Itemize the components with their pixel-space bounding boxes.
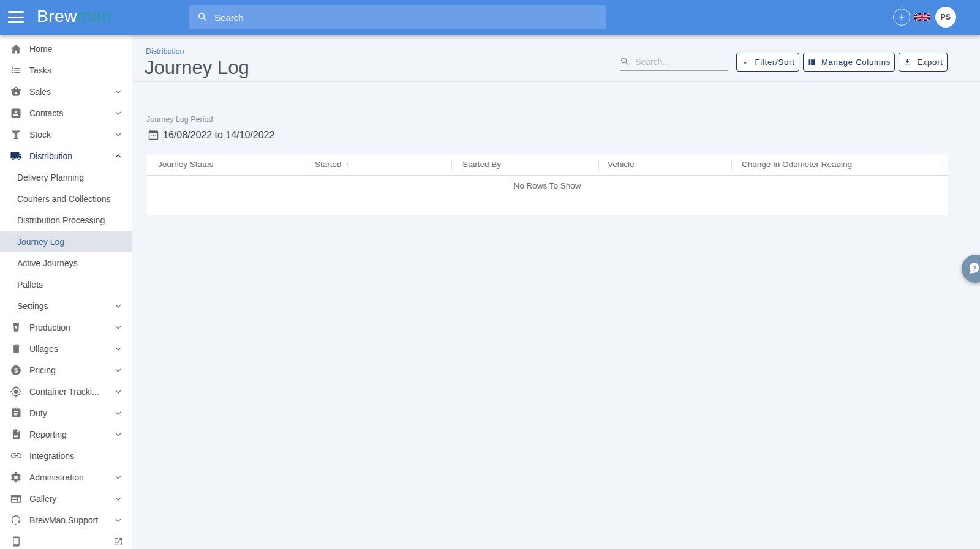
plus-circle-icon[interactable]: [893, 9, 910, 26]
export-label: Export: [917, 58, 943, 67]
sidebar-item-label: Duty: [29, 408, 47, 418]
sidebar-item-reporting[interactable]: Reporting: [0, 424, 132, 445]
brewman-app: Brewman PS Home: [0, 0, 980, 549]
search-icon: [197, 12, 208, 23]
columns-icon: [807, 58, 816, 67]
clipboard-icon: [9, 406, 23, 420]
chevron-down-icon: [113, 87, 123, 97]
sidebar-item-journey-log[interactable]: Journey Log: [0, 231, 132, 252]
sidebar-item-label: Reporting: [29, 430, 67, 439]
svg-text:$: $: [14, 367, 18, 373]
sidebar-item-home[interactable]: Home: [0, 38, 132, 59]
column-separator: [944, 160, 944, 171]
truck-icon: [9, 149, 23, 163]
home-icon: [9, 42, 23, 56]
sidebar-item-contacts[interactable]: Contacts: [0, 102, 132, 124]
help-bubble-icon: ?: [967, 261, 980, 276]
sidebar-item-pricing[interactable]: $ Pricing: [0, 359, 132, 381]
sidebar-item-label: BrewMan Support: [29, 515, 98, 525]
device-icon: [9, 535, 23, 548]
page-title: Journey Log: [145, 57, 249, 79]
sidebar-item-label: Couriers and Collections: [17, 194, 111, 204]
sidebar-item-label: Distribution: [29, 151, 72, 161]
top-bar: Brewman PS: [0, 0, 980, 35]
export-button[interactable]: Export: [899, 53, 948, 72]
download-icon: [903, 58, 912, 67]
uk-flag-icon[interactable]: [914, 12, 930, 23]
sidebar-item-container-tracking[interactable]: Container Tracki...: [0, 381, 132, 402]
filter-sort-button[interactable]: Filter/Sort: [736, 53, 799, 72]
sidebar-item-label: Settings: [17, 301, 48, 311]
sidebar-nav: Home Tasks Sales Contacts Stock Distribu…: [0, 35, 132, 549]
manage-columns-button[interactable]: Manage Columns: [803, 53, 895, 72]
calendar-icon[interactable]: [147, 129, 160, 144]
sidebar-item-label: Delivery Planning: [17, 173, 84, 182]
sidebar-item-integrations[interactable]: Integrations: [0, 445, 132, 466]
column-header-started-by[interactable]: Started By: [462, 160, 501, 169]
period-date-range-input[interactable]: [163, 127, 333, 144]
grid-search-input[interactable]: [635, 57, 746, 67]
external-link-icon: [113, 537, 123, 547]
sidebar-item-ullages[interactable]: Ullages: [0, 338, 132, 359]
main-content: Distribution Journey Log Filter/Sort Man…: [133, 35, 980, 549]
chevron-down-icon: [113, 472, 123, 482]
sidebar-item-production[interactable]: Production: [0, 316, 132, 338]
sidebar-item-label: Administration: [29, 472, 84, 482]
document-icon: [9, 428, 23, 441]
sidebar-item-label: Journey Log: [17, 237, 64, 247]
chevron-down-icon: [113, 494, 123, 504]
app-logo: Brewman: [37, 7, 111, 26]
sidebar-item-label: Active Journeys: [17, 258, 78, 268]
sidebar-item-delivery-planning[interactable]: Delivery Planning: [0, 166, 132, 188]
sort-asc-icon: ↑: [345, 160, 350, 169]
sidebar-item-settings[interactable]: Settings: [0, 295, 132, 316]
sidebar-item-tasks[interactable]: Tasks: [0, 59, 132, 81]
sidebar-item-label: Tasks: [29, 65, 51, 75]
sidebar-item-partial-bottom[interactable]: [0, 531, 132, 549]
chevron-up-icon: [113, 151, 123, 161]
table-header-row: Journey Status Started↑ Started By Vehic…: [147, 155, 948, 176]
journey-log-table: Journey Status Started↑ Started By Vehic…: [147, 155, 948, 215]
menu-icon[interactable]: [8, 11, 24, 23]
sidebar-item-duty[interactable]: Duty: [0, 402, 132, 424]
column-header-journey-status[interactable]: Journey Status: [158, 160, 213, 169]
sidebar-item-pallets[interactable]: Pallets: [0, 274, 132, 295]
filter-sort-label: Filter/Sort: [755, 58, 794, 67]
avatar[interactable]: PS: [935, 7, 956, 28]
sidebar-item-stock[interactable]: Stock: [0, 124, 132, 145]
global-search[interactable]: [189, 5, 606, 29]
sidebar-item-distribution-processing[interactable]: Distribution Processing: [0, 209, 132, 231]
chevron-down-icon: [113, 515, 123, 525]
sidebar-item-administration[interactable]: Administration: [0, 466, 132, 488]
sidebar-item-active-journeys[interactable]: Active Journeys: [0, 252, 132, 274]
question-mark: ?: [973, 264, 977, 272]
tasks-list-icon: [9, 64, 23, 77]
chevron-down-icon: [113, 365, 123, 375]
sidebar-item-brewman-support[interactable]: BrewMan Support: [0, 509, 132, 531]
sidebar-item-label: Pricing: [29, 365, 56, 375]
chevron-down-icon: [113, 323, 123, 332]
column-header-change-in-odometer-reading[interactable]: Change In Odometer Reading: [742, 160, 852, 169]
sidebar-item-label: Pallets: [17, 280, 43, 289]
sidebar-item-distribution[interactable]: Distribution: [0, 145, 132, 166]
headset-icon: [9, 514, 23, 527]
filter-icon: [741, 58, 750, 67]
chevron-down-icon: [113, 301, 123, 311]
global-search-input[interactable]: [214, 12, 598, 23]
column-header-vehicle[interactable]: Vehicle: [608, 160, 635, 169]
sidebar-item-label: Distribution Processing: [17, 215, 105, 225]
sidebar-item-label: Sales: [29, 87, 51, 97]
empty-table-message: No Rows To Show: [147, 181, 948, 190]
sidebar-item-label: Container Tracki...: [29, 387, 99, 397]
breadcrumb[interactable]: Distribution: [146, 47, 184, 56]
sidebar-item-sales[interactable]: Sales: [0, 81, 132, 102]
sidebar-item-couriers-and-collections[interactable]: Couriers and Collections: [0, 188, 132, 209]
column-header-started[interactable]: Started↑: [315, 160, 349, 169]
sidebar-item-gallery[interactable]: Gallery: [0, 488, 132, 509]
sidebar-item-label: Stock: [29, 130, 51, 140]
grid-search[interactable]: [620, 53, 728, 71]
column-separator: [306, 160, 306, 171]
basket-icon: [9, 85, 23, 99]
avatar-initials: PS: [940, 13, 951, 21]
search-icon: [620, 56, 630, 67]
